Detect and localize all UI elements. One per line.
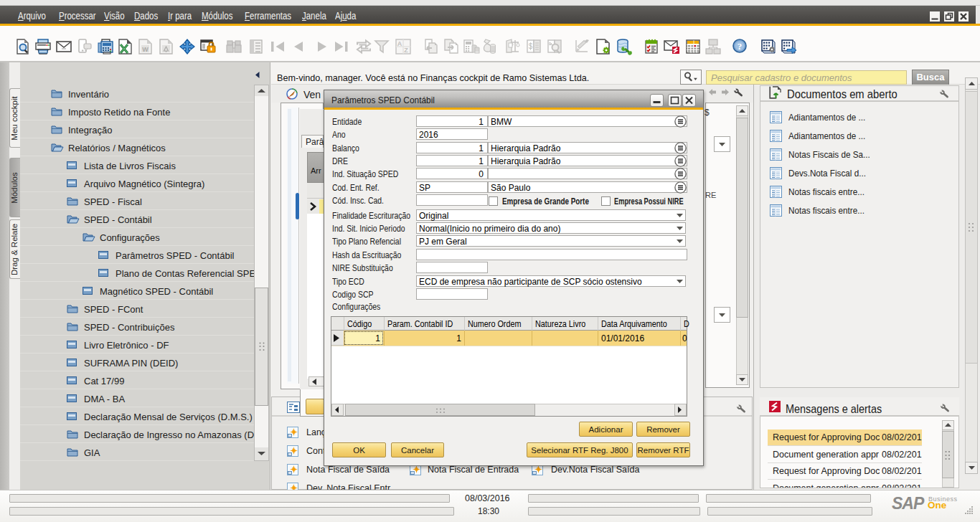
svg-text:W: W [142, 46, 149, 53]
svg-text:A: A [397, 40, 402, 47]
svg-text:?: ? [738, 41, 743, 52]
svg-text:Z: Z [404, 47, 408, 54]
